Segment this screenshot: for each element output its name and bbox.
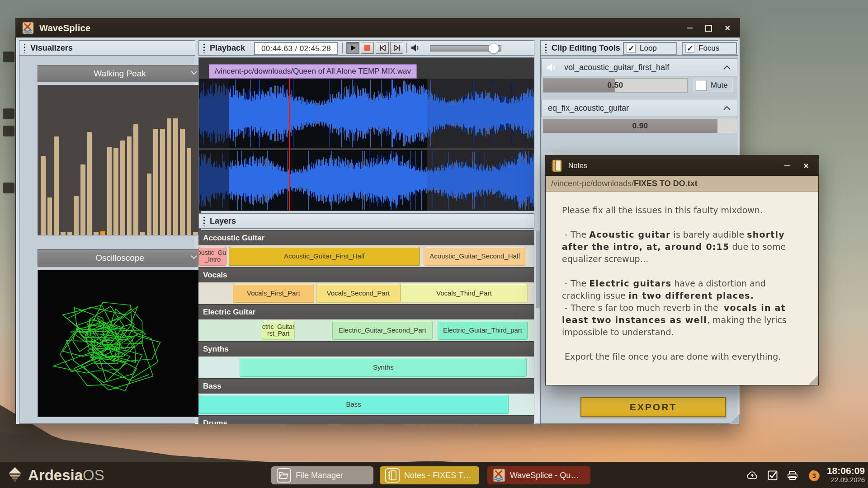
- speaker-icon[interactable]: [411, 43, 421, 52]
- note-paragraph: Please fix all the issues in this faulty…: [562, 204, 806, 216]
- loop-toggle[interactable]: ✓ Loop: [623, 42, 677, 55]
- notes-close-button[interactable]: ×: [802, 162, 810, 170]
- taskbar-button-label: Notes - FIXES T…: [404, 471, 472, 480]
- system-tray: 3: [746, 462, 819, 488]
- layers-header[interactable]: Layers: [198, 213, 534, 229]
- tool-section-header[interactable]: vol_acoustic_guitar_first_half: [541, 58, 737, 76]
- oscilloscope-dropdown[interactable]: Oscilloscope: [38, 249, 202, 267]
- layers-tracks: Accoustic Guitaroustic_Gui_IntroAcoustic…: [198, 230, 534, 424]
- focus-checkbox[interactable]: ✓: [685, 44, 694, 53]
- peak-bar: [41, 156, 46, 235]
- close-button[interactable]: ×: [723, 24, 731, 32]
- audio-clip[interactable]: Vocals_Second_Part: [316, 284, 401, 303]
- track-header: Electric Guitar: [198, 304, 534, 319]
- minimize-button[interactable]: [685, 24, 693, 32]
- loop-checkbox[interactable]: ✓: [627, 44, 636, 53]
- drag-handle-icon[interactable]: [202, 216, 206, 226]
- tool-section-header[interactable]: eq_fix_acoustic_guitar: [541, 99, 737, 117]
- taskbar-notes[interactable]: Notes - FIXES T…: [380, 466, 479, 484]
- maximize-button[interactable]: [704, 24, 712, 32]
- audio-clip[interactable]: Vocals_First_Part: [233, 284, 314, 303]
- notes-resize-grip[interactable]: [808, 375, 818, 385]
- play-icon: [350, 45, 356, 51]
- waveform-canvas[interactable]: [199, 58, 534, 211]
- skip-start-button[interactable]: [376, 42, 389, 54]
- audio-clip[interactable]: ctric_Guitarrst_Part: [262, 321, 295, 340]
- tool-slider[interactable]: 0.90: [543, 119, 737, 133]
- mute-label: Mute: [711, 81, 728, 90]
- desktop-icon[interactable]: [3, 126, 14, 136]
- audio-clip[interactable]: Vocals_Third_Part: [401, 284, 528, 303]
- audio-clip[interactable]: oustic_Gui_Intro: [198, 247, 226, 266]
- export-button[interactable]: EXPORT: [580, 397, 726, 417]
- audio-clip[interactable]: Bass: [198, 395, 509, 414]
- tasks-check-icon[interactable]: [768, 470, 778, 480]
- walking-peak-dropdown[interactable]: Walking Peak: [38, 65, 202, 82]
- notifications-bell-icon[interactable]: 3: [807, 469, 819, 481]
- track-row: Bass: [198, 394, 534, 415]
- peak-bar: [193, 232, 198, 235]
- os-name-bold: Ardesia: [28, 467, 83, 483]
- track-header: Synths: [198, 341, 534, 357]
- audio-clip[interactable]: Synths: [240, 358, 527, 377]
- peak-bar: [140, 232, 145, 235]
- taskbar-file-manager[interactable]: File Manager: [271, 466, 373, 484]
- ardesia-logo-icon: [6, 466, 24, 483]
- os-name-light: OS: [83, 467, 104, 483]
- desktop-icon[interactable]: [3, 52, 14, 62]
- peak-bar: [167, 118, 172, 235]
- notes-app-icon: [551, 160, 563, 172]
- desktop-icon[interactable]: [3, 108, 14, 119]
- window-resize-grip[interactable]: [730, 414, 740, 424]
- focus-toggle[interactable]: ✓ Focus: [682, 42, 737, 55]
- notes-icon: [385, 468, 400, 483]
- audio-clip[interactable]: Electric_Guitar_Second_Part: [332, 321, 433, 340]
- tool-section-name: eq_fix_acoustic_guitar: [548, 103, 629, 113]
- peak-bar: [67, 232, 72, 235]
- printer-icon[interactable]: [787, 470, 798, 480]
- walking-peak-label: Walking Peak: [94, 69, 146, 79]
- peak-bar: [87, 132, 92, 235]
- volume-knob[interactable]: [488, 43, 499, 54]
- play-button[interactable]: [346, 42, 359, 54]
- taskbar: ArdesiaOS File Manager Notes - FIXES T… …: [0, 462, 868, 488]
- drag-handle-icon[interactable]: [23, 42, 27, 53]
- skip-end-button[interactable]: [390, 42, 403, 54]
- taskbar-wavesplice[interactable]: WaveSplice - Qu…: [487, 466, 590, 484]
- note-paragraph: Export the file once you are done with e…: [562, 351, 806, 363]
- peak-bar: [187, 148, 192, 235]
- tool-slider[interactable]: 0.50: [543, 78, 688, 93]
- loop-label: Loop: [640, 44, 657, 53]
- slider-value: 0.90: [543, 119, 737, 133]
- peak-bar: [80, 164, 85, 235]
- drag-handle-icon[interactable]: [544, 42, 548, 53]
- chevron-up-icon: [723, 106, 731, 110]
- notes-titlebar[interactable]: Notes ×: [546, 155, 818, 176]
- visualizers-header[interactable]: Visualizers: [19, 40, 195, 56]
- mute-toggle[interactable]: Mute: [693, 79, 733, 92]
- audio-clip[interactable]: Acoustic_Guitar_First_Half: [229, 247, 420, 266]
- os-logo[interactable]: ArdesiaOS: [6, 466, 104, 483]
- scrollbar-thumb[interactable]: [536, 231, 540, 308]
- notes-minimize-button[interactable]: [783, 162, 791, 170]
- taskbar-clock[interactable]: 18:06:09 22.09.2026: [827, 465, 865, 483]
- mute-checkbox[interactable]: [696, 80, 707, 91]
- track-row: Synths: [198, 357, 534, 378]
- track-row: ctric_Guitarrst_PartElectric_Guitar_Seco…: [198, 319, 534, 341]
- audio-clip[interactable]: Electric_Guitar_Third_part: [438, 321, 528, 340]
- notes-title: Notes: [568, 162, 587, 170]
- peak-bar: [153, 129, 158, 235]
- skip-end-icon: [393, 45, 401, 51]
- clock-time: 18:06:09: [827, 465, 865, 476]
- clip-tools-header[interactable]: Clip Editing Tools ✓ Loop ✓ Focus: [540, 40, 738, 56]
- wavesplice-titlebar[interactable]: WaveSplice ×: [16, 19, 740, 38]
- desktop-icon[interactable]: [3, 183, 14, 193]
- chevron-down-icon: [191, 71, 197, 75]
- cloud-sync-icon[interactable]: [746, 471, 758, 480]
- peak-bar: [113, 148, 118, 235]
- stop-button[interactable]: [361, 42, 374, 54]
- notes-body[interactable]: Please fix all the issues in this faulty…: [546, 192, 818, 385]
- peak-bar: [61, 232, 66, 235]
- audio-clip[interactable]: Acoustic_Guitar_Second_Half: [424, 247, 526, 266]
- tool-section-name: vol_acoustic_guitar_first_half: [564, 63, 669, 72]
